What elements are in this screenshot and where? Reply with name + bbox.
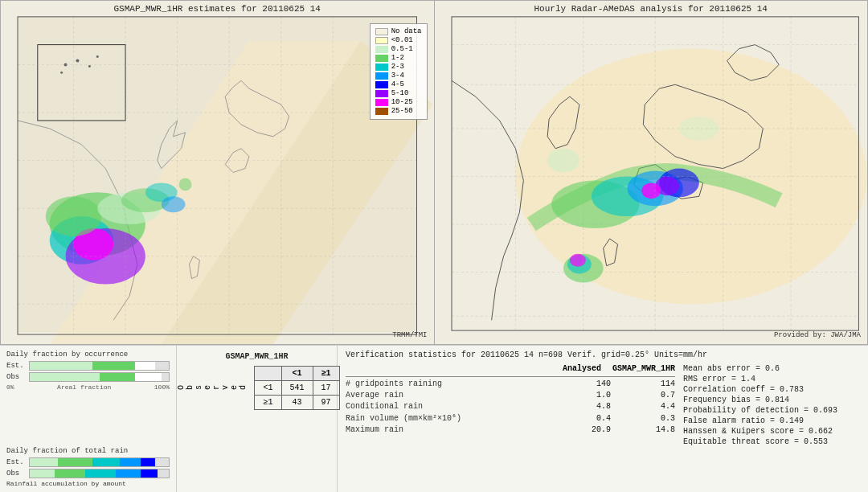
bar-obs2-label: Obs <box>6 469 29 478</box>
verif-stat-1: RMS error = 1.4 <box>683 375 860 383</box>
map2-title: Hourly Radar-AMeDAS analysis for 2011062… <box>435 4 868 14</box>
verif-col-header: Analysed GSMAP_MWR_1HR <box>346 364 675 373</box>
bar-est2-cyan <box>92 458 121 466</box>
legend-25-50: 25-50 <box>375 107 422 115</box>
legend-05-1-label: 0.5-1 <box>391 45 413 53</box>
verif-metric-4: Maximum rain <box>346 425 579 434</box>
legend-5-10-color <box>375 90 388 97</box>
legend-panel: No data <0.01 0.5-1 1-2 2-3 <box>370 23 428 120</box>
verif-right: Mean abs error = 0.6 RMS error = 1.4 Cor… <box>683 364 860 448</box>
map2-bottom-label: Provided by: JWA/JMA <box>774 331 861 339</box>
legend-lt001-color <box>375 37 388 44</box>
verif-stat-3: Frequency bias = 0.814 <box>683 396 860 404</box>
legend-05-1-color <box>375 46 388 53</box>
legend-1-2: 1-2 <box>375 54 422 62</box>
bar-est1-darkgreen <box>92 362 134 370</box>
legend-lt001-label: <0.01 <box>391 36 413 44</box>
svg-point-45 <box>679 117 719 141</box>
map2-svg <box>435 1 868 344</box>
verif-val1-1: 1.0 <box>579 391 611 400</box>
map2-panel: Hourly Radar-AMeDAS analysis for 2011062… <box>434 0 869 345</box>
bar-est2-green <box>58 458 92 466</box>
bar-est2-label: Est. <box>6 458 29 466</box>
bar-axis1-left: 0% <box>6 383 14 391</box>
contingency-col-gte1: ≥1 <box>313 367 339 381</box>
main-container: GSMAP_MWR_1HR estimates for 20110625 14 … <box>0 0 868 492</box>
legend-3-4-label: 3-4 <box>391 72 404 80</box>
bar-est1-track <box>29 361 170 371</box>
legend-5-10-label: 5-10 <box>391 89 409 97</box>
verif-val1-0: 140 <box>579 379 611 388</box>
bar-est2-dkblue <box>141 458 154 466</box>
verif-stat-7: Equitable threat score = 0.553 <box>683 437 860 446</box>
bar-obs1-darkgreen <box>100 373 134 381</box>
observed-label: Observed <box>174 382 251 393</box>
verif-row-4: Maximum rain 20.9 14.8 <box>346 425 675 434</box>
verif-columns: Analysed GSMAP_MWR_1HR # gridpoints rain… <box>346 364 860 448</box>
svg-point-18 <box>96 55 99 58</box>
bar-charts-panel: Daily fraction by occurrence Est. Obs <box>0 346 177 492</box>
contingency-table: <1 ≥1 <1 541 17 ≥1 43 97 <box>254 366 339 410</box>
contingency-row-gte1: ≥1 <box>255 396 281 410</box>
bar-est1-green <box>30 362 92 370</box>
contingency-empty-header <box>255 367 281 381</box>
verif-row-1: Average rain 1.0 0.7 <box>346 391 675 400</box>
svg-point-17 <box>60 72 63 74</box>
legend-2-3-color <box>375 64 388 71</box>
legend-25-50-label: 25-50 <box>391 107 413 115</box>
legend-1-2-label: 1-2 <box>391 54 404 62</box>
bar-axis1-mid: Areal fraction <box>57 383 111 391</box>
verif-val1-2: 4.8 <box>579 402 611 411</box>
bar-obs1-label: Obs <box>6 373 29 381</box>
svg-point-44 <box>547 149 579 173</box>
verif-col-analysed: Analysed <box>563 364 595 373</box>
contingency-cell-tr: 17 <box>313 381 339 396</box>
verif-metric-0: # gridpoints raining <box>346 379 579 388</box>
bar-est2-track <box>29 457 170 467</box>
legend-10-25-color <box>375 99 388 106</box>
svg-point-8 <box>46 196 102 236</box>
bar-obs1-row: Obs <box>6 372 170 382</box>
bar-obs1-white <box>134 373 162 381</box>
legend-05-1: 0.5-1 <box>375 45 422 53</box>
bar-est2-lightgreen <box>30 458 58 466</box>
verification-panel: Verification statistics for 20110625 14 … <box>338 346 868 492</box>
bar-section2-title: Daily fraction of total rain <box>6 447 170 455</box>
verif-left: Analysed GSMAP_MWR_1HR # gridpoints rain… <box>346 364 675 448</box>
legend-1-2-color <box>375 55 388 62</box>
legend-25-50-color <box>375 108 388 115</box>
map1-title: GSMAP_MWR_1HR estimates for 20110625 14 <box>1 4 434 14</box>
verif-metric-2: Conditional rain <box>346 402 579 411</box>
bar-obs2-dkblue <box>141 469 158 478</box>
contingency-title: GSMAP_MWR_1HR <box>225 352 288 361</box>
bar-obs2-track <box>29 469 170 478</box>
bar-obs1-track <box>29 372 170 382</box>
svg-point-12 <box>162 196 186 212</box>
verif-metric-3: Rain volume (mm×km²×10⁶) <box>346 413 579 423</box>
verif-row-2: Conditional rain 4.8 4.4 <box>346 402 675 411</box>
verif-stat-6: Hanssen & Kuipers score = 0.662 <box>683 427 860 436</box>
bar-obs1-green <box>30 373 100 381</box>
bar-obs2-green <box>55 469 85 478</box>
verif-row-0: # gridpoints raining 140 114 <box>346 379 675 388</box>
verif-val1-3: 0.4 <box>579 414 611 423</box>
verif-val2-2: 4.4 <box>611 402 675 411</box>
svg-point-13 <box>179 178 192 191</box>
contingency-wrapper: Observed <1 ≥1 <1 541 17 <box>174 366 339 410</box>
legend-4-5-color <box>375 81 388 88</box>
stats-row: Daily fraction by occurrence Est. Obs <box>0 346 868 492</box>
maps-row: GSMAP_MWR_1HR estimates for 20110625 14 … <box>0 0 868 346</box>
legend-3-4-color <box>375 72 388 80</box>
legend-5-10: 5-10 <box>375 89 422 97</box>
map1-bottom-label: TRMM/TMI <box>392 331 427 339</box>
bar-axis1: 0% Areal fraction 100% <box>6 383 170 391</box>
svg-point-16 <box>88 65 91 68</box>
verif-metric-1: Average rain <box>346 391 579 400</box>
bar-obs2-row: Obs <box>6 469 170 478</box>
contingency-panel: GSMAP_MWR_1HR Observed <1 ≥1 <1 541 17 <box>177 346 338 492</box>
bar-est2-blue <box>120 458 141 466</box>
legend-10-25: 10-25 <box>375 98 422 106</box>
verif-val1-4: 20.9 <box>579 425 611 434</box>
verif-title: Verification statistics for 20110625 14 … <box>346 351 860 359</box>
legend-lt001: <0.01 <box>375 36 422 44</box>
